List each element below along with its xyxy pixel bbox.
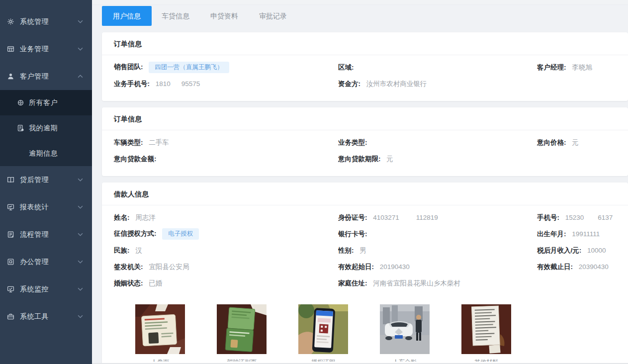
field-sales-team: 销售团队: 四团一营（直属王鹏飞）	[114, 62, 338, 73]
field-birth-date: 出生年月: 19911111	[537, 230, 616, 239]
tab-car-loan-info[interactable]: 车贷信息	[162, 6, 189, 26]
sidebar-subitem-label: 逾期信息	[29, 149, 92, 158]
document-list-icon	[16, 124, 24, 132]
car-with-person-photo[interactable]	[380, 304, 430, 354]
card-title: 订单信息	[102, 32, 628, 55]
sales-team-tag: 四团一营（直属王鹏飞）	[149, 62, 229, 73]
loan-intent-card: 订单信息 车辆类型: 二手车 业务类型: 意向价格: 元	[102, 107, 628, 176]
chevron-down-icon	[78, 205, 83, 209]
field-label: 家庭住址:	[338, 279, 367, 287]
field-label: 意向贷款金额:	[114, 155, 157, 163]
chevron-up-icon	[78, 75, 83, 78]
customer-submenu: 所有客户 我的逾期 逾期信息	[0, 90, 92, 166]
field-issuing-authority: 签发机关: 宜阳县公安局	[114, 263, 338, 272]
sidebar-item-business-management[interactable]: 业务管理	[0, 35, 92, 63]
field-label: 税后月收入/元:	[537, 247, 581, 254]
field-monthly-income: 税后月收入/元: 10000	[537, 246, 616, 255]
chevron-down-icon	[78, 47, 83, 51]
tab-user-info[interactable]: 用户信息	[102, 6, 152, 26]
field-value: 元	[386, 155, 393, 163]
field-label: 意向价格:	[537, 139, 566, 146]
photo-caption: 其他材料	[461, 358, 511, 362]
field-value: 10000	[587, 247, 606, 254]
field-value: 181095575	[156, 80, 200, 88]
chevron-down-icon	[78, 315, 83, 318]
sidebar-subitem-overdue-info[interactable]: 逾期信息	[0, 141, 92, 166]
sidebar-subitem-my-overdue[interactable]: 我的逾期	[0, 115, 92, 141]
field-value: 李晓旭	[572, 64, 592, 71]
field-id-number: 身份证号: 4103271112819	[338, 213, 537, 222]
tab-approval-records[interactable]: 审批记录	[259, 6, 287, 26]
toolbox-icon	[6, 313, 14, 321]
document-edit-icon	[6, 231, 14, 239]
handwritten-document-photo[interactable]	[461, 304, 511, 354]
monitor-chart-icon	[6, 203, 14, 211]
sidebar-item-label: 客户管理	[20, 72, 78, 81]
sidebar: 系统管理 业务管理 客户管理 所有客户	[0, 0, 92, 364]
sidebar-subitem-label: 我的逾期	[29, 124, 92, 133]
field-label: 签发机关:	[114, 263, 143, 271]
wheel-icon	[16, 99, 24, 107]
sidebar-item-report-statistics[interactable]: 报表统计	[0, 193, 92, 221]
top-strip	[92, 0, 628, 5]
sidebar-item-system-monitor[interactable]: 系统监控	[0, 275, 92, 303]
tab-bar: 用户信息 车贷信息 申贷资料 审批记录	[102, 6, 628, 26]
borrower-info-card: 借款人信息 姓名: 周志洋 身份证号: 4103271112819 手机号: 1…	[102, 182, 628, 364]
chevron-down-icon	[78, 260, 83, 264]
field-label: 客户经理:	[537, 64, 566, 71]
field-customer-manager: 客户经理: 李晓旭	[537, 63, 616, 72]
tab-loan-application-docs[interactable]: 申贷资料	[210, 6, 238, 26]
sidebar-item-system-tools[interactable]: 系统工具	[0, 303, 92, 330]
field-value: 20390430	[579, 263, 609, 271]
field-label: 银行卡号:	[338, 230, 367, 238]
sidebar-item-office-management[interactable]: 办公管理	[0, 248, 92, 275]
credit-auth-tag: 电子授权	[162, 228, 199, 239]
app-window: 系统管理 业务管理 客户管理 所有客户	[0, 0, 628, 364]
phone-qr-photo[interactable]	[298, 304, 348, 354]
field-intent-price: 意向价格: 元	[537, 138, 616, 147]
field-intent-loan-amount: 意向贷款金额:	[114, 155, 338, 164]
field-bank-card-number: 银行卡号:	[338, 230, 537, 239]
field-valid-to: 有效截止日: 20390430	[537, 263, 616, 272]
field-label: 性别:	[338, 247, 354, 254]
chevron-down-icon	[78, 20, 83, 23]
redaction-patch	[171, 81, 181, 87]
field-label: 有效起始日:	[338, 263, 374, 271]
field-marital-status: 婚姻状态: 已婚	[114, 279, 338, 288]
chevron-down-icon	[78, 178, 83, 182]
document-photo-list	[114, 291, 616, 354]
field-label: 资金方:	[338, 80, 360, 88]
sidebar-item-label: 系统工具	[20, 312, 78, 321]
sidebar-item-customer-management[interactable]: 客户管理	[0, 63, 92, 90]
sidebar-item-system-management[interactable]: 系统管理	[0, 8, 92, 35]
id-card-photo[interactable]	[135, 304, 185, 354]
sidebar-item-postloan-management[interactable]: 贷后管理	[0, 166, 92, 193]
field-label: 姓名:	[114, 214, 130, 221]
book-icon	[6, 176, 14, 184]
sidebar-item-label: 报表统计	[20, 203, 78, 212]
main-content: 用户信息 车贷信息 申贷资料 审批记录 订单信息 销售团队: 四团一营（直属王鹏…	[92, 0, 628, 364]
sidebar-item-label: 业务管理	[20, 45, 78, 54]
sidebar-item-process-management[interactable]: 流程管理	[0, 221, 92, 248]
monitor-check-icon	[6, 285, 14, 293]
field-value: 男	[359, 247, 366, 254]
order-info-card: 订单信息 销售团队: 四团一营（直属王鹏飞） 区域: 客户经理: 李晓旭	[102, 32, 628, 101]
field-value: 已婚	[149, 279, 162, 287]
field-value: 4103271112819	[373, 214, 438, 221]
field-label: 征信授权方式:	[114, 230, 157, 237]
field-value: 汝州市农村商业银行	[366, 80, 427, 88]
sidebar-item-label: 贷后管理	[20, 176, 78, 184]
field-value: 河南省宜阳县花果山乡木柴村	[373, 279, 460, 287]
nested-square-icon	[6, 258, 14, 266]
sidebar-item-label: 办公管理	[20, 258, 78, 267]
field-label: 业务类型:	[338, 139, 367, 146]
sidebar-item-label: 系统管理	[20, 17, 78, 26]
card-title: 借款人信息	[102, 182, 628, 205]
field-label: 出生年月:	[537, 230, 566, 238]
field-value: 二手车	[149, 139, 169, 146]
sidebar-item-label: 系统监控	[20, 285, 78, 294]
green-booklet-photo[interactable]	[217, 304, 267, 354]
sidebar-subitem-all-customers[interactable]: 所有客户	[0, 90, 92, 115]
field-mobile-phone: 手机号: 152306137	[537, 213, 616, 222]
field-business-phone: 业务手机号: 181095575	[114, 80, 338, 89]
